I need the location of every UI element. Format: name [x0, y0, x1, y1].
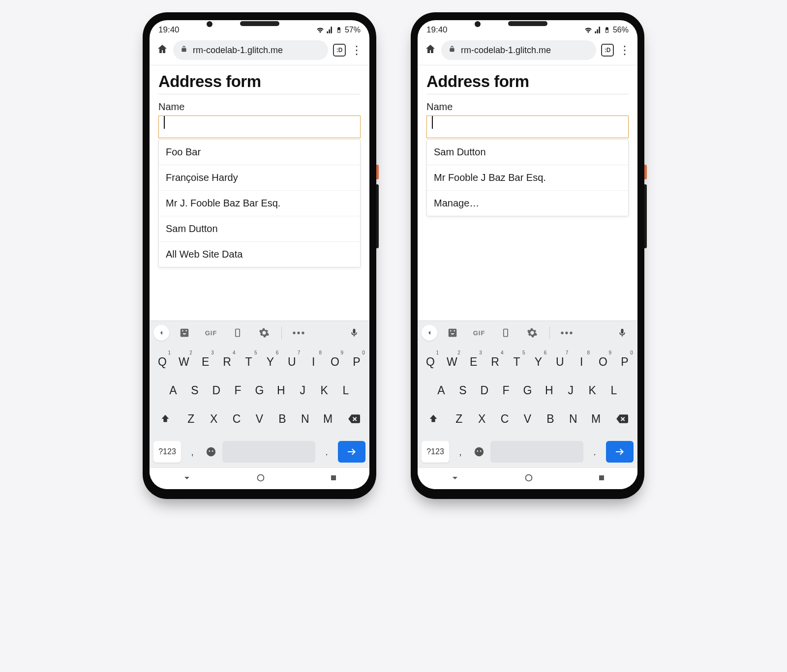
clipboard-icon[interactable]	[494, 328, 517, 338]
key-E[interactable]: E3	[464, 349, 484, 375]
overflow-menu-icon[interactable]: ⋮	[619, 44, 631, 56]
key-O[interactable]: O9	[325, 349, 345, 375]
symbols-key[interactable]: ?123	[153, 441, 181, 463]
name-input[interactable]	[426, 116, 629, 138]
key-K[interactable]: K	[314, 378, 334, 403]
symbols-key[interactable]: ?123	[422, 441, 449, 463]
key-A[interactable]: A	[163, 378, 183, 403]
clipboard-icon[interactable]	[226, 328, 249, 338]
more-icon[interactable]: •••	[288, 327, 310, 339]
key-W[interactable]: W2	[442, 349, 462, 375]
period-key[interactable]: .	[587, 446, 602, 458]
settings-icon[interactable]	[521, 327, 544, 338]
key-U[interactable]: U7	[282, 349, 302, 375]
home-icon[interactable]	[156, 43, 168, 57]
tabs-button[interactable]: :D	[333, 44, 346, 57]
settings-icon[interactable]	[253, 327, 275, 338]
autofill-suggestion[interactable]: Sam Dutton	[159, 216, 360, 242]
backspace-key[interactable]	[609, 406, 635, 432]
autofill-suggestion[interactable]: Mr J. Fooble Baz Bar Esq.	[159, 191, 360, 216]
key-F[interactable]: F	[496, 378, 516, 403]
omnibox[interactable]: rm-codelab-1.glitch.me	[173, 40, 328, 60]
key-L[interactable]: L	[604, 378, 624, 403]
key-I[interactable]: I8	[572, 349, 591, 375]
key-H[interactable]: H	[539, 378, 559, 403]
space-key[interactable]	[222, 441, 315, 463]
autofill-suggestion[interactable]: Mr Fooble J Baz Bar Esq.	[427, 165, 628, 191]
key-V[interactable]: V	[250, 406, 270, 432]
key-R[interactable]: R4	[217, 349, 237, 375]
key-D[interactable]: D	[207, 378, 226, 403]
key-I[interactable]: I8	[303, 349, 323, 375]
key-A[interactable]: A	[431, 378, 451, 403]
comma-key[interactable]: ,	[453, 446, 468, 458]
key-V[interactable]: V	[518, 406, 538, 432]
enter-key[interactable]	[606, 441, 634, 463]
key-J[interactable]: J	[561, 378, 580, 403]
backspace-key[interactable]	[341, 406, 366, 432]
nav-home-icon[interactable]	[523, 472, 534, 485]
emoji-key[interactable]	[472, 446, 486, 457]
key-P[interactable]: P0	[615, 349, 635, 375]
key-B[interactable]: B	[272, 406, 292, 432]
key-Y[interactable]: Y6	[260, 349, 280, 375]
key-Q[interactable]: Q1	[421, 349, 440, 375]
nav-home-icon[interactable]	[255, 472, 266, 485]
key-P[interactable]: P0	[347, 349, 366, 375]
key-Q[interactable]: Q1	[152, 349, 172, 375]
space-key[interactable]	[490, 441, 583, 463]
omnibox[interactable]: rm-codelab-1.glitch.me	[441, 40, 596, 60]
key-Z[interactable]: Z	[181, 406, 201, 432]
autofill-suggestion[interactable]: All Web Site Data	[159, 242, 360, 267]
key-Z[interactable]: Z	[449, 406, 469, 432]
key-N[interactable]: N	[563, 406, 583, 432]
mic-icon[interactable]	[611, 328, 634, 338]
period-key[interactable]: .	[319, 446, 334, 458]
key-H[interactable]: H	[271, 378, 291, 403]
nav-recents-icon[interactable]	[329, 473, 338, 485]
nav-recents-icon[interactable]	[597, 473, 606, 485]
key-F[interactable]: F	[228, 378, 248, 403]
nav-back-icon[interactable]	[449, 472, 461, 486]
key-J[interactable]: J	[293, 378, 312, 403]
key-G[interactable]: G	[518, 378, 538, 403]
enter-key[interactable]	[338, 441, 365, 463]
emoji-key[interactable]	[204, 446, 218, 457]
key-C[interactable]: C	[227, 406, 246, 432]
collapse-icon[interactable]	[153, 325, 169, 341]
key-L[interactable]: L	[336, 378, 356, 403]
sticker-icon[interactable]	[173, 327, 196, 338]
sticker-icon[interactable]	[441, 327, 464, 338]
autofill-suggestion[interactable]: Françoise Hardy	[159, 165, 360, 191]
collapse-icon[interactable]	[422, 325, 437, 341]
key-B[interactable]: B	[541, 406, 560, 432]
key-G[interactable]: G	[250, 378, 270, 403]
more-icon[interactable]: •••	[556, 327, 578, 339]
overflow-menu-icon[interactable]: ⋮	[351, 44, 363, 56]
autofill-suggestion[interactable]: Sam Dutton	[427, 140, 628, 165]
key-K[interactable]: K	[582, 378, 602, 403]
key-T[interactable]: T5	[239, 349, 259, 375]
key-U[interactable]: U7	[550, 349, 570, 375]
gif-button[interactable]: GIF	[468, 329, 490, 337]
key-M[interactable]: M	[586, 406, 606, 432]
autofill-suggestion[interactable]: Foo Bar	[159, 140, 360, 165]
key-M[interactable]: M	[318, 406, 338, 432]
tabs-button[interactable]: :D	[601, 44, 614, 57]
autofill-suggestion[interactable]: Manage…	[427, 191, 628, 216]
name-input[interactable]	[158, 116, 361, 138]
key-X[interactable]: X	[204, 406, 224, 432]
key-W[interactable]: W2	[174, 349, 194, 375]
key-Y[interactable]: Y6	[528, 349, 548, 375]
key-E[interactable]: E3	[196, 349, 215, 375]
key-T[interactable]: T5	[507, 349, 527, 375]
home-icon[interactable]	[424, 43, 436, 57]
key-N[interactable]: N	[295, 406, 315, 432]
key-X[interactable]: X	[472, 406, 492, 432]
key-S[interactable]: S	[185, 378, 205, 403]
key-D[interactable]: D	[475, 378, 494, 403]
key-R[interactable]: R4	[485, 349, 505, 375]
key-C[interactable]: C	[495, 406, 515, 432]
shift-key[interactable]	[421, 406, 446, 432]
comma-key[interactable]: ,	[185, 446, 200, 458]
